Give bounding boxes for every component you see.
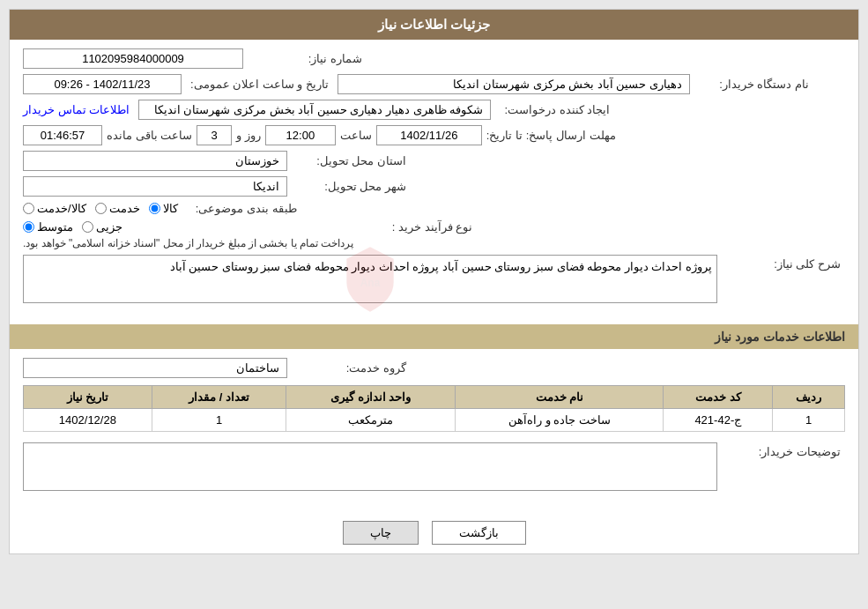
- announce-datetime-label: تاریخ و ساعت اعلان عمومی:: [190, 78, 329, 91]
- cell-name: ساخت جاده و راه‌آهن: [456, 409, 664, 432]
- buttons-row: بازگشت چاپ: [10, 508, 858, 553]
- cell-unit: مترمکعب: [286, 409, 456, 432]
- purchase-jozee-label: جزیی: [96, 220, 122, 234]
- buyer-desc-textarea[interactable]: [23, 442, 717, 491]
- purchase-motavasset-radio[interactable]: [23, 221, 34, 233]
- category-kala-label: کالا: [163, 202, 178, 215]
- days-value: 3: [197, 125, 232, 145]
- remaining-value: 01:46:57: [23, 125, 102, 145]
- announce-date-value: 1402/11/23 - 09:26: [23, 74, 182, 94]
- cell-row: 1: [773, 409, 845, 432]
- category-kala-khedmat-label: کالا/خدمت: [37, 202, 86, 215]
- deadline-date-value: 1402/11/26: [376, 125, 482, 145]
- days-label: روز و: [236, 129, 261, 142]
- watermark-icon: Ana: [335, 244, 405, 315]
- category-kala-radio[interactable]: [149, 203, 160, 214]
- col-row: ردیف: [773, 386, 845, 409]
- category-label: طبقه بندی موضوعی:: [178, 202, 301, 215]
- cell-quantity: 1: [152, 409, 286, 432]
- print-button[interactable]: چاپ: [343, 521, 419, 545]
- remaining-label: ساعت باقی مانده: [107, 129, 192, 142]
- creator-label: ایجاد کننده درخواست:: [491, 103, 614, 116]
- col-code: کد خدمت: [664, 386, 773, 409]
- deadline-time-label: ساعت: [340, 129, 372, 142]
- table-row: 1 ج-42-421 ساخت جاده و راه‌آهن مترمکعب 1…: [24, 409, 845, 432]
- category-kala-khedmat-radio[interactable]: [23, 203, 34, 214]
- creator-value: شکوفه ظاهری دهیار دهیاری حسین آباد بخش م…: [138, 100, 491, 120]
- buyer-org-label: نام دستگاه خریدار:: [690, 78, 813, 91]
- creator-contact-link[interactable]: اطلاعات تماس خریدار: [23, 103, 130, 116]
- service-group-label: گروه خدمت:: [287, 361, 411, 375]
- service-group-value: ساختمان: [23, 358, 287, 378]
- services-section-title: اطلاعات خدمات مورد نیاز: [10, 324, 858, 349]
- buyer-desc-label: توضیحات خریدار:: [722, 442, 845, 458]
- col-quantity: تعداد / مقدار: [152, 386, 286, 409]
- province-value: خوزستان: [23, 151, 287, 171]
- buyer-org-value: دهیاری حسین آباد بخش مرکزی شهرستان اندیک…: [338, 74, 690, 94]
- page-title: جزئیات اطلاعات نیاز: [10, 10, 858, 40]
- need-number-label: شماره نیاز:: [243, 52, 367, 65]
- col-unit: واحد اندازه گیری: [286, 386, 456, 409]
- category-options: کالا خدمت کالا/خدمت: [23, 202, 178, 215]
- col-name: نام خدمت: [456, 386, 664, 409]
- description-label: شرح کلی نیاز:: [722, 255, 845, 271]
- city-label: شهر محل تحویل:: [287, 180, 411, 193]
- cell-code: ج-42-421: [664, 409, 773, 432]
- purchase-options: جزیی متوسط: [23, 220, 122, 234]
- back-button[interactable]: بازگشت: [432, 521, 526, 545]
- description-value: پروژه احداث دیوار محوطه فضای سبز روستای …: [442, 260, 712, 273]
- city-value: اندیکا: [23, 176, 287, 197]
- category-khedmat-label: خدمت: [109, 202, 140, 215]
- svg-text:Ana: Ana: [360, 277, 381, 289]
- purchase-motavasset-label: متوسط: [37, 220, 73, 234]
- purchase-note: پرداخت تمام یا بخشی از مبلغ خریدار از مح…: [23, 237, 353, 249]
- services-table: ردیف کد خدمت نام خدمت واحد اندازه گیری ت…: [23, 385, 845, 432]
- purchase-type-label: نوع فرآیند خرید :: [353, 220, 477, 234]
- category-khedmat-radio[interactable]: [95, 203, 107, 214]
- col-date: تاریخ نیاز: [24, 386, 152, 409]
- need-number-value: 1102095984000009: [23, 48, 243, 69]
- province-label: استان محل تحویل:: [287, 154, 411, 167]
- purchase-jozee-radio[interactable]: [82, 221, 93, 233]
- deadline-time-value: 12:00: [265, 125, 336, 145]
- send-deadline-label: مهلت ارسال پاسخ: تا تاریخ:: [486, 129, 620, 142]
- cell-date: 1402/12/28: [24, 409, 152, 432]
